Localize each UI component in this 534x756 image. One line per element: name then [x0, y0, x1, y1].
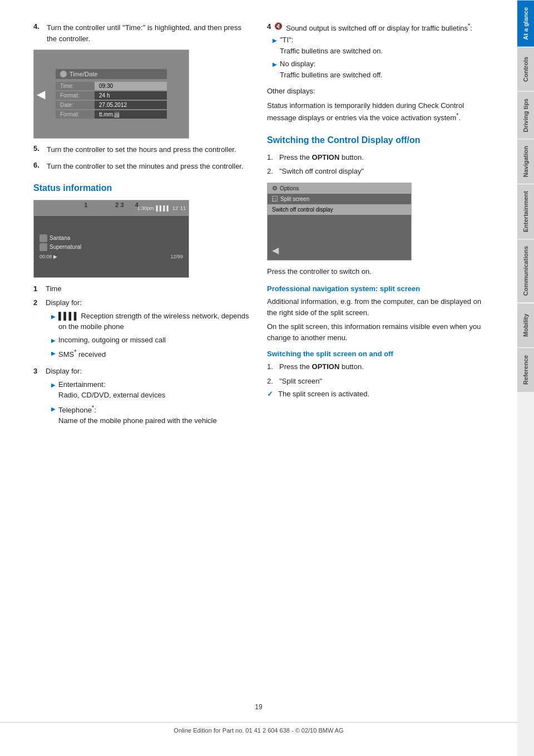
timedate-value-date: 27.05.2012 [95, 101, 167, 109]
sidebar-tab-driving-tips[interactable]: Driving tips [517, 91, 534, 139]
bullet-3-2-content: Telephone*: Name of the mobile phone pai… [58, 403, 217, 426]
press-controller-text: Press the controller to switch on. [267, 266, 484, 277]
sidebar-tab-label-8: Reference [522, 355, 529, 385]
options-switch-off-label: Switch off control display [272, 207, 333, 213]
track-number: 12/99 [170, 254, 183, 259]
status-num-2: 2 3 [115, 202, 123, 208]
bullet-3-1-title: Entertainment: [58, 379, 165, 390]
bullet-2-3-text: SMS* received [58, 347, 106, 360]
item-4-section: 4 🔇 Sound output is switched off or disp… [267, 22, 484, 80]
sidebar-tab-entertainment[interactable]: Entertainment [517, 184, 534, 239]
options-title-text: Options [280, 185, 299, 192]
bullet-3-2: ▶ Telephone*: Name of the mobile phone p… [51, 403, 217, 426]
other-displays-title: Other displays: [267, 86, 484, 97]
timedate-value-time: 09:30 [95, 82, 167, 90]
pro-nav-text-2: On the split screen, this information re… [267, 321, 484, 343]
status-media-area: Santana Supernatural 00:08 ▶ 12/99 [34, 216, 189, 277]
nav-arrow-left: ◀ [37, 87, 45, 101]
sidebar-tab-at-a-glance[interactable]: At a glance [517, 0, 534, 47]
status-text-3-container: Display for: ▶ Entertainment: Radio, CD/… [46, 366, 217, 429]
status-song-row-1: Santana [39, 234, 183, 242]
bullet-4-1-content: "TI": Traffic bulletins are switched on. [280, 35, 383, 56]
step-number-4: 4. [33, 22, 43, 44]
sidebar: At a glance Controls Driving tips Naviga… [517, 0, 534, 756]
song-name: Santana [50, 235, 70, 241]
arrow-icon-1: ▶ [51, 312, 56, 321]
status-song-row-2: Supernatural [39, 243, 183, 251]
split-step-num-1: 1. [267, 361, 276, 372]
status-text-2-container: Display for: ▶ ▌▌▌▌ Reception strength o… [46, 297, 250, 362]
other-displays-text: Status information is temporarily hidden… [267, 100, 484, 124]
media-icon-2 [39, 243, 47, 251]
step-6: 6. Turn the controller to set the minute… [33, 161, 250, 172]
timedate-label-date: Date: [56, 101, 95, 109]
arrow-icon-4: ▶ [51, 381, 56, 389]
step-number-6: 6. [33, 161, 43, 172]
arrow-icon-7: ▶ [273, 60, 277, 68]
status-section: Status information 1 2 3 4 1:30pm ▌▌▌▌ 1… [33, 183, 250, 429]
bullet-2-2-text: Incoming, outgoing or missed call [58, 335, 166, 346]
control-step-num-2: 2. [267, 166, 276, 177]
sidebar-tab-label-4: Navigation [522, 146, 529, 177]
split-screen-title: Switching the split screen on and off [267, 350, 484, 358]
bullet-3-1: ▶ Entertainment: Radio, CD/DVD, external… [51, 379, 217, 401]
sidebar-tab-label-1: At a glance [522, 7, 529, 40]
status-diagram: 1 2 3 4 1:30pm ▌▌▌▌ 12 11 [33, 200, 189, 278]
timedate-screen: Time/Date Time: 09:30 Format: 24 h Date:… [34, 50, 189, 138]
sidebar-tab-navigation[interactable]: Navigation [517, 139, 534, 184]
timedate-title: Time/Date [56, 69, 167, 79]
status-screen: 1:30pm ▌▌▌▌ 12 11 Santana [34, 200, 189, 277]
track-time: 00:08 ▶ [39, 254, 57, 259]
bullet-4-2-content: No display: Traffic bulletins are switch… [280, 58, 383, 80]
timedate-row-2: Format: 24 h [56, 91, 167, 100]
options-split-screen-label: Split screen [280, 196, 309, 202]
options-nav-arrow: ◀ [272, 245, 279, 256]
status-text-2: Display for: [46, 298, 82, 307]
control-step-text-1: Press the OPTION button. [279, 152, 364, 163]
timedate-value-format1: 24 h [95, 91, 167, 100]
right-column: 4 🔇 Sound output is switched off or disp… [267, 22, 484, 734]
control-step-1: 1. Press the OPTION button. [267, 152, 484, 163]
status-bullets-2: ▶ ▌▌▌▌ Reception strength of the wireles… [51, 311, 250, 360]
media-icon-1 [39, 234, 47, 242]
status-item-3: 3 Display for: ▶ Entertainment: Radio, C… [33, 366, 250, 429]
sidebar-tab-label-5: Entertainment [522, 191, 529, 232]
bullet-3-1-sub: Radio, CD/DVD, external devices [58, 390, 165, 401]
status-text-3: Display for: [46, 367, 82, 375]
split-step-text-2: "Split screen" [279, 376, 322, 387]
bullet-3-1-content: Entertainment: Radio, CD/DVD, external d… [58, 379, 165, 401]
step-5: 5. Turn the controller to set the hours … [33, 144, 250, 155]
sidebar-tab-label-2: Controls [522, 57, 529, 82]
status-numbers-row: 1 2 3 4 [34, 202, 189, 208]
item-4-header: 4 🔇 Sound output is switched off or disp… [267, 22, 484, 32]
timedate-title-text: Time/Date [70, 71, 97, 77]
bullet-4-1-title: "TI": [280, 35, 383, 46]
bullet-4-2: ▶ No display: Traffic bulletins are swit… [273, 58, 484, 80]
arrow-icon-2: ▶ [51, 336, 56, 345]
split-step-1: 1. Press the OPTION button. [267, 361, 484, 372]
step-4: 4. Turn the controller until "Time:" is … [33, 22, 250, 44]
page-number: 19 [0, 703, 517, 711]
options-title-bar: ⚙ Options [268, 183, 412, 194]
status-bottom-row: 00:08 ▶ 12/99 [39, 254, 183, 259]
bullet-4-2-sub: Traffic bulletins are switched off. [280, 70, 383, 81]
sidebar-tab-mobility[interactable]: Mobility [517, 303, 534, 347]
status-bullets-3: ▶ Entertainment: Radio, CD/DVD, external… [51, 379, 217, 426]
timedate-row-3: Date: 27.05.2012 [56, 101, 167, 109]
timedate-value-format2: tt.mm.jjjj [95, 110, 167, 119]
sidebar-tab-controls[interactable]: Controls [517, 47, 534, 91]
sidebar-tab-communications[interactable]: Communications [517, 239, 534, 302]
step-text-4: Turn the controller until "Time:" is hig… [47, 22, 250, 44]
control-step-2: 2. "Switch off control display" [267, 166, 484, 177]
bullet-2-1-text: ▌▌▌▌ Reception strength of the wireless … [58, 311, 250, 332]
status-num-label-2: 2 [33, 297, 42, 362]
status-text-1: Time [46, 283, 61, 294]
pro-nav-title: Professional navigation system: split sc… [267, 284, 484, 293]
sidebar-tab-label-3: Driving tips [522, 99, 529, 132]
bullet-2-1: ▶ ▌▌▌▌ Reception strength of the wireles… [51, 311, 250, 332]
timedate-label-format1: Format: [56, 91, 95, 100]
control-display-title: Switching the Control Display off/on [267, 135, 484, 146]
options-screen: ⚙ Options □ Split screen Switch off cont… [268, 183, 412, 261]
sidebar-tab-label-6: Communications [522, 246, 529, 296]
sidebar-tab-reference[interactable]: Reference [517, 347, 534, 392]
